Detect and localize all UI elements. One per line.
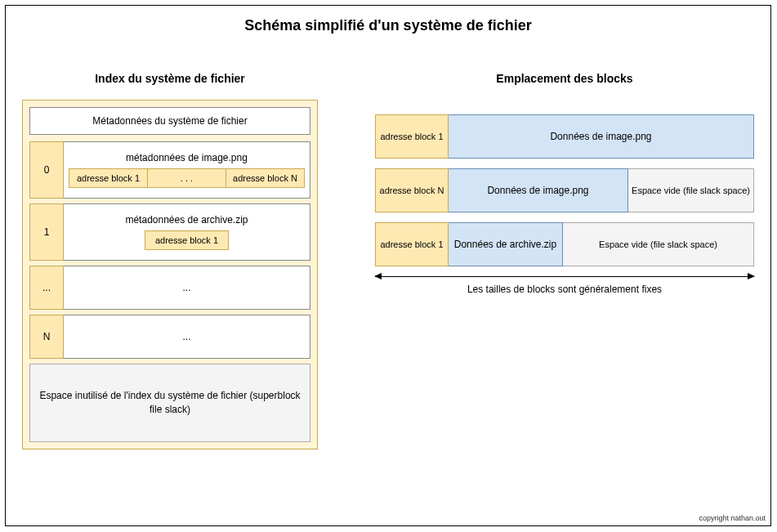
row-body: métadonnées de archive.zip adresse block… [64,203,310,261]
block-slack: Espace vide (file slack space) [563,222,754,266]
row-index: ... [29,266,64,310]
index-container: Métadonnées du système de fichier 0 méta… [22,100,318,449]
row-index: N [29,315,64,359]
block-row: adresse block N Données de image.png Esp… [375,168,754,212]
address-cell: adresse block 1 [145,230,229,250]
file-metadata-label: métadonnées de image.png [126,152,248,163]
double-arrow-icon [375,276,754,277]
row-body: métadonnées de image.png adresse block 1… [64,141,310,199]
block-row: adresse block 1 Données de archive.zip E… [375,222,754,266]
arrow-label: Les tailles de blocks sont généralement … [375,284,754,295]
fs-metadata-box: Métadonnées du système de fichier [29,107,310,135]
address-cell: adresse block 1 [69,168,148,188]
index-row: 1 métadonnées de archive.zip adresse blo… [29,203,310,261]
left-column: Index du système de fichier Métadonnées … [22,72,318,449]
block-address: adresse block 1 [375,114,449,159]
ellipsis: ... [182,282,190,293]
block-slack: Espace vide (file slack space) [628,168,754,212]
index-row: N ... [29,315,310,359]
row-body: ... [64,315,310,359]
row-index: 0 [29,141,64,199]
block-address: adresse block N [375,168,449,212]
row-index: 1 [29,203,64,261]
blocks-heading: Emplacement des blocks [375,72,754,85]
ellipsis: ... [182,331,190,342]
address-cell: adresse block N [226,168,305,188]
block-data: Données de image.png [449,114,754,159]
block-address: adresse block 1 [375,222,449,266]
row-body: ... [64,266,310,310]
diagram-title: Schéma simplifié d'un système de fichier [6,6,770,34]
right-column: Emplacement des blocks adresse block 1 D… [375,72,754,449]
address-cells: adresse block 1 . . . adresse block N [69,168,305,188]
copyright-text: copyright nathan.out [699,514,766,522]
index-row: ... ... [29,266,310,310]
superblock-slack: Espace inutilisé de l'index du système d… [29,364,310,442]
size-arrow: Les tailles de blocks sont généralement … [375,276,754,295]
block-data: Données de image.png [449,168,628,212]
block-row: adresse block 1 Données de image.png [375,114,754,159]
index-row: 0 métadonnées de image.png adresse block… [29,141,310,199]
file-metadata-label: métadonnées de archive.zip [125,214,248,226]
index-heading: Index du système de fichier [22,72,318,85]
address-cell: . . . [147,168,226,188]
block-data: Données de archive.zip [449,222,563,266]
